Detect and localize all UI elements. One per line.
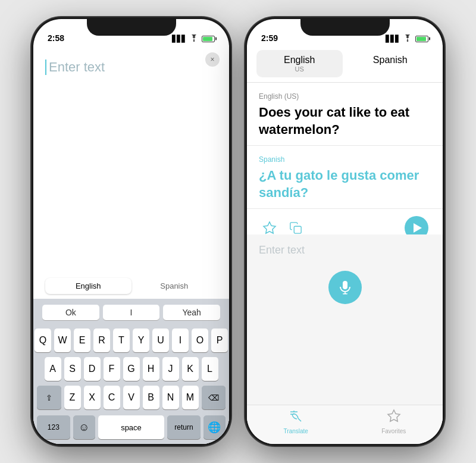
key-d[interactable]: D	[84, 357, 101, 381]
translation-body: English (US) Does your cat like to eat w…	[247, 83, 443, 234]
key-k[interactable]: K	[182, 357, 199, 381]
key-b[interactable]: B	[143, 386, 159, 409]
key-shift[interactable]: ⇧	[37, 386, 61, 409]
translated-text: ¿A tu gato le gusta comer sandía?	[259, 167, 431, 201]
tab-translate-label: Translate	[284, 428, 308, 434]
key-l[interactable]: L	[202, 357, 218, 381]
svg-point-0	[193, 40, 195, 42]
keyboard-row-1: Q W E R T Y U I O P	[37, 329, 226, 352]
mic-button[interactable]	[328, 271, 362, 304]
signal-icon-2: ▋▋▋	[386, 35, 400, 43]
key-globe[interactable]: 🌐	[203, 415, 226, 439]
favorite-icon[interactable]	[261, 220, 278, 234]
action-bar	[247, 209, 443, 234]
lang-btn-spanish-keyboard[interactable]: Spanish	[131, 278, 218, 294]
key-y[interactable]: Y	[133, 329, 149, 352]
play-button[interactable]	[405, 216, 428, 234]
close-button[interactable]: ×	[205, 52, 220, 67]
lang-btn-english-keyboard[interactable]: English	[45, 278, 131, 294]
keyboard-row-2: A S D F G H J K L	[37, 357, 226, 381]
tab-translate[interactable]: Translate	[247, 409, 345, 434]
text-area-section: × Enter text	[33, 45, 229, 273]
translated-section: Spanish ¿A tu gato le gusta comer sandía…	[247, 146, 443, 209]
lang-tab-spanish-name: Spanish	[355, 55, 427, 65]
key-123[interactable]: 123	[37, 415, 70, 439]
wifi-icon-2	[403, 35, 412, 43]
signal-icon: ▋▋▋	[172, 35, 186, 43]
quick-words-row: Ok I Yeah	[33, 299, 229, 326]
translated-label: Spanish	[259, 155, 431, 164]
key-m[interactable]: M	[182, 386, 199, 409]
status-time-1: 2:58	[48, 33, 64, 43]
wifi-icon	[189, 35, 199, 43]
key-w[interactable]: W	[54, 329, 71, 352]
key-n[interactable]: N	[162, 386, 179, 409]
key-c[interactable]: C	[104, 386, 120, 409]
key-o[interactable]: O	[192, 329, 208, 352]
key-x[interactable]: X	[84, 386, 101, 409]
keyboard-rows: Q W E R T Y U I O P A	[33, 326, 229, 415]
input-section[interactable]: Enter text	[247, 234, 443, 405]
key-r[interactable]: R	[93, 329, 110, 352]
source-text: Does your cat like to eat watermelon?	[259, 104, 431, 138]
svg-point-1	[407, 40, 409, 42]
key-delete[interactable]: ⌫	[202, 386, 226, 409]
key-return[interactable]: return	[167, 415, 201, 439]
phone-2: 2:59 ▋▋▋	[245, 17, 444, 446]
key-z[interactable]: Z	[64, 386, 81, 409]
status-icons-2: ▋▋▋	[386, 35, 428, 43]
source-section: English (US) Does your cat like to eat w…	[247, 83, 443, 146]
keyboard-row-3: ⇧ Z X C V B N M ⌫	[37, 386, 226, 409]
key-q[interactable]: Q	[35, 329, 51, 352]
lang-selector-top: English US Spanish	[247, 45, 443, 83]
tab-favorites[interactable]: Favorites	[345, 409, 443, 434]
lang-tab-english[interactable]: English US	[256, 50, 343, 77]
phone-1: 2:58 ▋▋▋	[32, 17, 231, 446]
key-t[interactable]: T	[113, 329, 130, 352]
key-a[interactable]: A	[45, 357, 61, 381]
copy-icon[interactable]	[287, 220, 304, 234]
key-e[interactable]: E	[74, 329, 90, 352]
favorites-icon	[387, 409, 401, 427]
text-input-placeholder[interactable]: Enter text	[45, 60, 217, 75]
key-v[interactable]: V	[123, 386, 140, 409]
battery-icon-1	[202, 36, 215, 42]
input-placeholder[interactable]: Enter text	[259, 244, 431, 256]
key-h[interactable]: H	[143, 357, 159, 381]
key-f[interactable]: F	[104, 357, 120, 381]
svg-rect-5	[343, 293, 347, 295]
tab-favorites-label: Favorites	[381, 428, 406, 434]
play-triangle-icon	[414, 223, 422, 233]
key-p[interactable]: P	[211, 329, 228, 352]
quick-word-i[interactable]: I	[103, 305, 160, 320]
lang-tab-english-sub: US	[264, 65, 336, 73]
svg-marker-2	[264, 222, 275, 233]
key-u[interactable]: U	[152, 329, 169, 352]
battery-icon-2	[415, 36, 428, 42]
notch-2	[300, 19, 390, 36]
key-j[interactable]: J	[162, 357, 179, 381]
action-icons-left	[261, 220, 304, 234]
tab-bar: Translate Favorites	[247, 405, 443, 444]
quick-word-yeah[interactable]: Yeah	[163, 305, 220, 320]
lang-switcher: English Spanish	[33, 273, 229, 299]
key-emoji[interactable]: ☺	[73, 415, 95, 439]
status-time-2: 2:59	[261, 33, 278, 43]
svg-rect-3	[294, 227, 301, 234]
translate-icon	[289, 409, 303, 427]
notch-1	[87, 19, 176, 36]
quick-word-ok[interactable]: Ok	[42, 305, 99, 320]
status-icons-1: ▋▋▋	[172, 35, 215, 43]
svg-marker-6	[388, 410, 400, 421]
lang-tab-english-name: English	[264, 55, 336, 65]
source-label: English (US)	[259, 92, 431, 101]
keyboard-bottom-row: 123 ☺ space return 🌐	[33, 415, 229, 444]
lang-tab-spanish[interactable]: Spanish	[347, 50, 434, 77]
key-i[interactable]: I	[172, 329, 189, 352]
key-s[interactable]: S	[64, 357, 81, 381]
key-space[interactable]: space	[98, 415, 164, 439]
key-g[interactable]: G	[123, 357, 140, 381]
